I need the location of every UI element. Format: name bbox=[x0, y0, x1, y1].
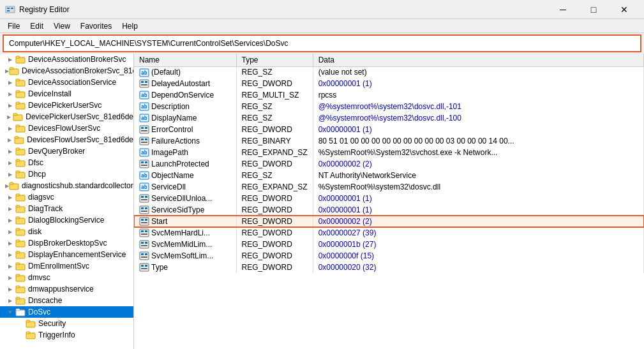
tree-item[interactable]: ▼ DoSvc bbox=[0, 306, 133, 318]
tree-item[interactable]: ▶ DevicesFlowUserSvc bbox=[0, 123, 133, 134]
tree-item[interactable]: ▶ DiagTrack bbox=[0, 203, 133, 214]
tree-item[interactable]: ▶ DevicesFlowUserSvc_81ed6de bbox=[0, 134, 133, 145]
table-row[interactable]: ab ObjectNameREG_SZNT Authority\NetworkS… bbox=[134, 170, 644, 181]
menu-favorites[interactable]: Favorites bbox=[75, 20, 117, 32]
svg-rect-87 bbox=[141, 199, 147, 200]
svg-rect-21 bbox=[16, 148, 20, 150]
svg-rect-3 bbox=[7, 10, 10, 11]
svg-text:ab: ab bbox=[141, 173, 147, 179]
tree-item[interactable]: ▶ DisplayEnhancementService bbox=[0, 249, 133, 260]
registry-values[interactable]: Name Type Data ab (Default)REG_SZ(value … bbox=[134, 54, 644, 349]
tree-item-label: diagnosticshub.standardcollector.s bbox=[22, 181, 134, 190]
menu-help[interactable]: Help bbox=[117, 20, 143, 32]
folder-icon bbox=[9, 66, 19, 75]
value-data-cell: 0x00000001 (1) bbox=[313, 204, 643, 216]
tree-item[interactable]: ▶ Dhcp bbox=[0, 168, 133, 180]
table-row[interactable]: ab ImagePathREG_EXPAND_SZ%SystemRoot%\Sy… bbox=[134, 147, 644, 158]
svg-rect-97 bbox=[141, 230, 144, 232]
registry-tree[interactable]: ▶ DeviceAssociationBrokerSvc▶ DeviceAsso… bbox=[0, 54, 134, 349]
tree-item[interactable]: ▶ DeviceAssociationService bbox=[0, 77, 133, 88]
tree-item[interactable]: ▶ DispBrokerDesktopSvc bbox=[0, 237, 133, 249]
tree-item[interactable]: TriggerInfo bbox=[0, 329, 133, 341]
table-row[interactable]: SvcMemMidLim...REG_DWORD0x0000001b (27) bbox=[134, 239, 644, 250]
tree-item[interactable]: ▶ DeviceAssociationBrokerSvc bbox=[0, 54, 133, 65]
menu-edit[interactable]: Edit bbox=[25, 20, 49, 32]
tree-item[interactable]: ▶ dmvsc bbox=[0, 272, 133, 283]
table-row[interactable]: FailureActionsREG_BINARY80 51 01 00 00 0… bbox=[134, 135, 644, 147]
table-row[interactable]: SvcMemSoftLim...REG_DWORD0x0000000f (15) bbox=[134, 250, 644, 262]
expand-arrow: ▶ bbox=[5, 275, 15, 281]
tree-item[interactable]: ▶ DmEnrollmentSvc bbox=[0, 260, 133, 272]
tree-item[interactable]: ▶ DialogBlockingService bbox=[0, 214, 133, 226]
svg-rect-9 bbox=[16, 79, 20, 81]
expand-arrow: ▶ bbox=[5, 298, 15, 304]
tree-item[interactable]: ▶ DevQueryBroker bbox=[0, 145, 133, 157]
table-row[interactable]: ServiceDllUnloa...REG_DWORD0x00000001 (1… bbox=[134, 193, 644, 204]
tree-item-label: disk bbox=[28, 227, 41, 236]
value-type-cell: REG_DWORD bbox=[236, 78, 313, 89]
tree-item[interactable]: ▶ dmwappushservice bbox=[0, 283, 133, 295]
tree-item[interactable]: ▶ diagsvc bbox=[0, 191, 133, 203]
tree-item-label: DevicesFlowUserSvc bbox=[28, 124, 100, 133]
svg-rect-45 bbox=[16, 286, 20, 288]
tree-item[interactable]: ▶ DeviceInstall bbox=[0, 88, 133, 100]
svg-text:ab: ab bbox=[141, 93, 147, 98]
tree-item[interactable]: Security bbox=[0, 318, 133, 329]
svg-rect-106 bbox=[145, 253, 147, 255]
table-row[interactable]: ab DescriptionREG_SZ@%systemroot%\system… bbox=[134, 101, 644, 112]
tree-item[interactable]: ▶ disk bbox=[0, 226, 133, 237]
tree-item[interactable]: ▶ diagnosticshub.standardcollector.s bbox=[0, 180, 133, 191]
svg-rect-109 bbox=[141, 265, 144, 267]
table-row[interactable]: DelayedAutostartREG_DWORD0x00000001 (1) bbox=[134, 78, 644, 89]
tree-item-label: dmwappushservice bbox=[28, 285, 94, 293]
restore-button[interactable]: □ bbox=[579, 0, 608, 19]
svg-rect-27 bbox=[10, 182, 13, 184]
tree-item-label: DialogBlockingService bbox=[28, 216, 104, 225]
svg-rect-105 bbox=[141, 253, 144, 255]
title-bar-left: Registry Editor bbox=[5, 4, 70, 15]
folder-icon bbox=[15, 158, 26, 167]
expand-arrow: ▶ bbox=[5, 91, 15, 97]
table-row[interactable]: ErrorControlREG_DWORD0x00000001 (1) bbox=[134, 124, 644, 135]
table-row[interactable]: ab DisplayNameREG_SZ@%systemroot%\system… bbox=[134, 112, 644, 124]
tree-item[interactable]: ▶ Dnscache bbox=[0, 295, 133, 306]
table-row[interactable]: ServiceSidTypeREG_DWORD0x00000001 (1) bbox=[134, 204, 644, 216]
expand-arrow: ▶ bbox=[5, 264, 15, 269]
svg-rect-98 bbox=[145, 230, 147, 232]
tree-item[interactable]: ▶ DevicePickerUserSvc bbox=[0, 100, 133, 111]
svg-rect-90 bbox=[145, 207, 147, 209]
svg-rect-99 bbox=[141, 234, 147, 235]
tree-item[interactable]: ▶ DeviceAssociationBrokerSvc_81ed6 bbox=[0, 65, 133, 77]
folder-icon bbox=[15, 296, 26, 305]
svg-rect-70 bbox=[140, 137, 149, 145]
folder-icon bbox=[15, 308, 26, 316]
svg-rect-29 bbox=[16, 194, 20, 196]
menu-view[interactable]: View bbox=[49, 20, 75, 32]
tree-item-label: Security bbox=[38, 319, 66, 328]
folder-icon bbox=[14, 135, 24, 144]
svg-rect-102 bbox=[145, 242, 147, 244]
table-row[interactable]: ab (Default)REG_SZ(value not set) bbox=[134, 66, 644, 78]
table-row[interactable]: SvcMemHardLi...REG_DWORD0x00000027 (39) bbox=[134, 227, 644, 239]
tree-item-label: DmEnrollmentSvc bbox=[28, 262, 89, 271]
col-name[interactable]: Name bbox=[134, 54, 236, 66]
tree-item-label: DiagTrack bbox=[28, 204, 63, 213]
menu-file[interactable]: File bbox=[3, 20, 25, 32]
svg-rect-23 bbox=[16, 160, 20, 161]
table-row[interactable]: StartREG_DWORD0x00000002 (2) bbox=[134, 216, 644, 227]
minimize-button[interactable]: ─ bbox=[548, 0, 578, 19]
col-type[interactable]: Type bbox=[236, 54, 313, 66]
tree-item[interactable]: ▶ DevicePickerUserSvc_81ed6de bbox=[0, 111, 133, 123]
table-row[interactable]: ab DependOnServiceREG_MULTI_SZrpcss bbox=[134, 89, 644, 101]
tree-item[interactable]: ▶ Dfsc bbox=[0, 157, 133, 168]
svg-rect-49 bbox=[16, 309, 20, 311]
value-name-cell: LaunchProtected bbox=[134, 158, 236, 170]
close-button[interactable]: ✕ bbox=[610, 0, 639, 19]
table-row[interactable]: TypeREG_DWORD0x00000020 (32) bbox=[134, 262, 644, 273]
svg-rect-41 bbox=[16, 263, 20, 265]
address-bar[interactable]: Computer\HKEY_LOCAL_MACHINE\SYSTEM\Curre… bbox=[3, 34, 641, 52]
table-row[interactable]: ab ServiceDllREG_EXPAND_SZ%SystemRoot%\s… bbox=[134, 181, 644, 193]
table-row[interactable]: LaunchProtectedREG_DWORD0x00000002 (2) bbox=[134, 158, 644, 170]
expand-arrow: ▼ bbox=[5, 309, 15, 315]
col-data[interactable]: Data bbox=[313, 54, 643, 66]
